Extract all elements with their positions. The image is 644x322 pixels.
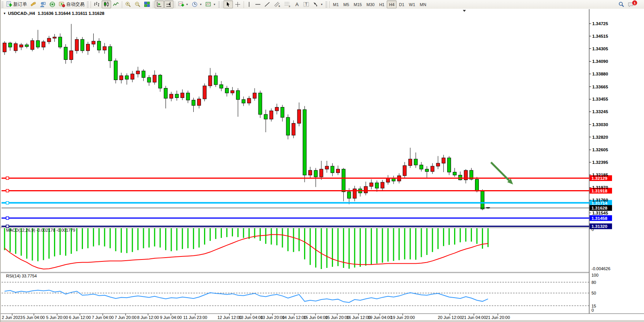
toolbar-grip[interactable] bbox=[325, 2, 327, 8]
candle bbox=[225, 88, 229, 93]
candle bbox=[86, 44, 90, 51]
candle bbox=[375, 183, 379, 188]
chart-shift-button[interactable] bbox=[164, 0, 174, 8]
tf-d1-button[interactable]: D1 bbox=[397, 0, 406, 8]
tf-m5-button[interactable]: M5 bbox=[341, 0, 351, 8]
toolbar-grip[interactable] bbox=[2, 2, 3, 8]
toolbar-grip[interactable] bbox=[218, 2, 220, 8]
tf-h1-button[interactable]: H1 bbox=[377, 0, 387, 8]
chart-canvas[interactable]: 1.321291.319181.317141.316281.314581.313… bbox=[1, 9, 644, 322]
price-badge-text: 1.31458 bbox=[591, 216, 607, 221]
tf-mn-button[interactable]: MN bbox=[418, 0, 429, 8]
zoom-out-button[interactable] bbox=[133, 0, 142, 8]
candle bbox=[325, 166, 328, 169]
candle bbox=[442, 158, 445, 163]
toolbar-grip[interactable] bbox=[87, 2, 89, 8]
candle bbox=[448, 158, 451, 172]
candle bbox=[370, 183, 373, 186]
text-icon: A bbox=[294, 1, 300, 8]
market-watch-button[interactable] bbox=[29, 0, 38, 8]
line-chart-button[interactable] bbox=[111, 0, 121, 8]
hline-handle[interactable] bbox=[6, 217, 9, 219]
tile-windows-button[interactable] bbox=[142, 0, 152, 8]
autotrading-button[interactable]: 自动交易 bbox=[57, 0, 86, 8]
candle bbox=[164, 88, 167, 98]
candle bbox=[275, 107, 279, 111]
templates-button[interactable]: ▼ bbox=[204, 0, 217, 8]
zoom-out-icon bbox=[134, 1, 141, 8]
candle bbox=[181, 93, 184, 98]
candle bbox=[236, 91, 240, 99]
price-tick-label: 1.34305 bbox=[592, 46, 608, 51]
clock-icon bbox=[191, 1, 198, 8]
tf-h4-button[interactable]: H4 bbox=[387, 0, 397, 8]
candle bbox=[348, 192, 351, 198]
candle bbox=[264, 114, 268, 119]
horizontal-line-icon bbox=[255, 1, 261, 8]
candle bbox=[8, 43, 12, 47]
text-button[interactable]: A bbox=[293, 0, 301, 8]
trendline-button[interactable] bbox=[263, 0, 272, 8]
candle bbox=[231, 91, 234, 93]
hline-handle[interactable] bbox=[6, 177, 9, 179]
time-tick-label: 20 Jun 12:00 bbox=[438, 315, 462, 320]
price-tick-label: 1.34090 bbox=[592, 59, 608, 64]
candle bbox=[314, 170, 317, 177]
crosshair-icon bbox=[234, 1, 241, 8]
chat-button[interactable]: 1 bbox=[626, 0, 642, 8]
text-label-button[interactable]: T bbox=[301, 0, 311, 8]
templates-icon bbox=[205, 1, 212, 8]
hline-handle[interactable] bbox=[6, 189, 9, 192]
new-order-button[interactable]: 新订单 bbox=[4, 0, 29, 8]
candlestick-chart-button[interactable] bbox=[102, 0, 111, 8]
periods-button[interactable]: ▼ bbox=[190, 0, 204, 8]
fibonacci-button[interactable]: F bbox=[282, 0, 293, 8]
vertical-line-icon bbox=[247, 1, 252, 8]
new-order-icon bbox=[6, 1, 12, 8]
tf-m1-button[interactable]: M1 bbox=[331, 0, 341, 8]
cursor-button[interactable] bbox=[223, 0, 233, 8]
autoscroll-button[interactable] bbox=[155, 0, 164, 8]
price-tick-label: 1.33665 bbox=[592, 85, 608, 89]
horizontal-line-button[interactable] bbox=[253, 0, 263, 8]
time-tick-label: 6 Jun 12:00 bbox=[69, 315, 91, 320]
candle bbox=[158, 75, 162, 88]
search-button[interactable] bbox=[617, 0, 626, 8]
chevron-down-icon: ▼ bbox=[320, 3, 323, 6]
macd-axis-zero: 0 bbox=[591, 227, 594, 232]
vertical-line-button[interactable] bbox=[245, 0, 253, 8]
indicators-button[interactable]: ▼ bbox=[176, 0, 190, 8]
candle bbox=[175, 94, 179, 98]
candle bbox=[103, 46, 106, 50]
tf-m30-button[interactable]: M30 bbox=[364, 0, 377, 8]
hline-handle[interactable] bbox=[6, 225, 9, 227]
zoom-in-icon bbox=[125, 1, 131, 8]
candle bbox=[364, 186, 368, 193]
time-tick-label: 7 Jun 20:00 bbox=[115, 315, 137, 320]
tf-m15-button[interactable]: M15 bbox=[351, 0, 364, 8]
crosshair-button[interactable] bbox=[233, 0, 242, 8]
hline-handle[interactable] bbox=[6, 202, 9, 204]
arrow-tool-icon bbox=[312, 1, 319, 8]
time-tick-label: 5 Jun 20:00 bbox=[46, 315, 68, 320]
candle bbox=[292, 123, 295, 135]
tf-w1-button[interactable]: W1 bbox=[406, 0, 418, 8]
candle bbox=[70, 51, 73, 59]
bar-chart-button[interactable] bbox=[92, 0, 102, 8]
candle bbox=[209, 76, 212, 86]
candle bbox=[192, 100, 195, 106]
channel-button[interactable]: E bbox=[272, 0, 282, 8]
webcast-button[interactable] bbox=[48, 0, 57, 8]
zoom-in-button[interactable] bbox=[123, 0, 133, 8]
chevron-down-icon: ▼ bbox=[199, 3, 202, 6]
chart-background bbox=[1, 9, 644, 322]
candle bbox=[481, 191, 484, 209]
candle bbox=[108, 46, 112, 61]
candle bbox=[269, 111, 273, 119]
text-label-icon: T bbox=[303, 1, 309, 8]
time-tick-label: 9 Jun 04:00 bbox=[160, 315, 182, 320]
navigator-button[interactable] bbox=[38, 0, 48, 8]
chart-menu-icon[interactable]: ▼ bbox=[3, 12, 6, 15]
price-tick-label: 1.32185 bbox=[592, 173, 608, 177]
arrows-button[interactable]: ▼ bbox=[311, 0, 325, 8]
